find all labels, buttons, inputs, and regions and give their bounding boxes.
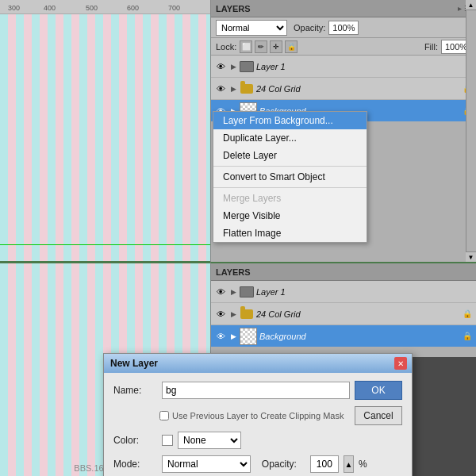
layers-panel-bottom-header: LAYERS <box>211 263 476 281</box>
arrow-bottom-24colgrid[interactable]: ▶ <box>229 308 237 321</box>
dialog-percent-label: % <box>359 459 402 470</box>
eye-icon-bottom-24colgrid[interactable]: 👁 <box>214 308 227 321</box>
arrow-layer1[interactable]: ▶ <box>229 60 237 73</box>
bottom-background-name: Background <box>259 332 459 341</box>
lock-move-btn[interactable]: ✛ <box>270 40 282 53</box>
eye-icon-24colgrid[interactable]: 👁 <box>214 83 227 95</box>
layer-icon-bottom-layer1 <box>240 285 254 299</box>
eye-icon-layer1[interactable]: 👁 <box>214 60 227 73</box>
bottom-24colgrid-name: 24 Col Grid <box>256 309 459 319</box>
fill-label: Fill: <box>424 42 438 52</box>
context-menu-item-delete[interactable]: Delete Layer <box>213 147 367 164</box>
canvas-top: 300 400 500 600 700 <box>0 0 210 262</box>
dialog-mode-row: Mode: Normal Opacity: ▲ % <box>113 455 402 473</box>
opacity-input[interactable] <box>328 21 359 35</box>
bottom-layer1-name: Layer 1 <box>256 287 473 297</box>
layers-scrollbar[interactable]: ▲ ▼ <box>466 0 476 262</box>
dialog-color-swatch <box>162 435 173 446</box>
layers-panel-toolbar: Normal Opacity: <box>211 17 476 38</box>
dialog-checkbox-row: Use Previous Layer to Create Clipping Ma… <box>113 406 402 425</box>
canvas-green-line <box>0 244 210 245</box>
dialog-mode-select[interactable]: Normal <box>162 455 251 473</box>
arrow-bottom-background[interactable]: ▶ <box>229 330 237 343</box>
context-menu-item-duplicate[interactable]: Duplicate Layer... <box>213 129 367 147</box>
scroll-down-btn[interactable]: ▼ <box>466 251 476 262</box>
eye-icon-bottom-background[interactable]: 👁 <box>214 330 227 343</box>
24colgrid-name: 24 Col Grid <box>256 84 459 94</box>
context-menu-item-flatten[interactable]: Flatten Image <box>213 225 367 242</box>
context-menu-sep-1 <box>213 166 367 167</box>
layers-panel-bottom: LAYERS 👁 ▶ Layer 1 👁 ▶ 24 Col Grid 🔒 👁 ▶ <box>210 262 476 357</box>
dialog-color-label: Color: <box>113 435 157 446</box>
lock-label: Lock: <box>216 42 236 52</box>
dialog-cancel-button[interactable]: Cancel <box>355 406 402 425</box>
dialog-title: New Layer <box>110 358 158 369</box>
folder-shape-24colgrid <box>240 84 253 94</box>
lock-icon-bottom-background: 🔒 <box>462 331 473 342</box>
arrow-bottom-layer1[interactable]: ▶ <box>229 286 237 298</box>
context-menu: Layer From Background... Duplicate Layer… <box>213 111 367 243</box>
dialog-name-input[interactable] <box>162 382 350 399</box>
canvas-divider <box>0 261 210 263</box>
context-menu-item-merge-visible[interactable]: Merge Visible <box>213 207 367 225</box>
dialog-name-label: Name: <box>113 385 157 396</box>
context-menu-sep-2 <box>213 187 367 188</box>
layers-panel-title: LAYERS <box>216 4 458 13</box>
ruler-mark-300: 300 <box>8 4 20 12</box>
new-layer-dialog: New Layer ✕ Name: OK Use Previous Layer … <box>103 353 413 476</box>
layer-row-bottom-background[interactable]: 👁 ▶ Background 🔒 <box>211 325 476 347</box>
layers-panel-header: LAYERS ▸ ☰ <box>211 0 476 17</box>
arrow-24colgrid[interactable]: ▶ <box>229 83 237 95</box>
layer1-icon-shape <box>240 61 254 72</box>
ruler-mark-500: 500 <box>86 4 98 12</box>
layer-row-bottom-layer1[interactable]: 👁 ▶ Layer 1 <box>211 281 476 303</box>
dialog-body: Name: OK Use Previous Layer to Create Cl… <box>104 373 412 476</box>
panel-collapse-icon[interactable]: ▸ <box>458 4 462 13</box>
context-menu-item-layer-from-bg[interactable]: Layer From Background... <box>213 112 367 129</box>
layers-panel-bottom-title: LAYERS <box>216 267 471 277</box>
layer-row-layer1[interactable]: 👁 ▶ Layer 1 <box>211 56 476 78</box>
context-menu-item-smart-object[interactable]: Convert to Smart Object <box>213 168 367 186</box>
folder-shape-bottom-24colgrid <box>240 309 253 319</box>
ruler-mark-600: 600 <box>127 4 139 12</box>
dialog-opacity-up-btn[interactable]: ▲ <box>344 455 354 473</box>
dialog-opacity-input[interactable] <box>310 455 339 473</box>
layer-row-bottom-24colgrid[interactable]: 👁 ▶ 24 Col Grid 🔒 <box>211 303 476 325</box>
dialog-ok-button[interactable]: OK <box>355 381 402 400</box>
dialog-close-button[interactable]: ✕ <box>394 357 407 370</box>
thumb-checker-bottom-background <box>240 328 256 344</box>
dialog-color-select[interactable]: None <box>178 432 241 449</box>
ruler-mark-700: 700 <box>168 4 180 12</box>
layer-row-24colgrid[interactable]: 👁 ▶ 24 Col Grid 🔒 <box>211 78 476 100</box>
canvas-stripes <box>0 14 210 262</box>
scroll-up-btn[interactable]: ▲ <box>466 0 476 10</box>
dialog-clipping-checkbox[interactable] <box>159 411 169 420</box>
lock-icons: ⬜ ✏ ✛ 🔒 <box>240 40 421 53</box>
thumb-bottom-background <box>240 328 257 345</box>
dialog-name-row: Name: OK <box>113 381 402 400</box>
new-layer-dialog-overlay: New Layer ✕ Name: OK Use Previous Layer … <box>103 353 413 476</box>
dialog-opacity-label: Opacity: <box>262 459 305 470</box>
layers-list-bottom: 👁 ▶ Layer 1 👁 ▶ 24 Col Grid 🔒 👁 ▶ Backgr… <box>211 281 476 347</box>
folder-icon-bottom-24colgrid <box>240 307 254 321</box>
blend-mode-select[interactable]: Normal <box>216 20 287 36</box>
ruler-marks: 300 400 500 600 700 <box>0 0 210 13</box>
lock-icon-bottom-24colgrid: 🔒 <box>462 309 473 320</box>
dialog-checkbox-label: Use Previous Layer to Create Clipping Ma… <box>172 411 344 420</box>
context-menu-item-merge-layers[interactable]: Merge Layers <box>213 190 367 207</box>
layer-icon-layer1 <box>240 60 254 74</box>
folder-icon-24colgrid <box>240 82 254 96</box>
bottom-layer1-icon-shape <box>240 286 254 298</box>
eye-icon-bottom-layer1[interactable]: 👁 <box>214 286 227 298</box>
dialog-color-row: Color: None <box>113 432 402 449</box>
dialog-mode-label: Mode: <box>113 459 157 470</box>
lock-all-btn[interactable]: 🔒 <box>285 40 298 53</box>
lock-paint-btn[interactable]: ✏ <box>255 40 267 53</box>
canvas-content <box>0 14 210 262</box>
opacity-label: Opacity: <box>294 23 325 33</box>
ruler-mark-400: 400 <box>44 4 56 12</box>
layer1-name: Layer 1 <box>256 62 473 71</box>
layers-lock-bar: Lock: ⬜ ✏ ✛ 🔒 Fill: <box>211 38 476 56</box>
ruler-top: 300 400 500 600 700 <box>0 0 210 14</box>
lock-transparent-btn[interactable]: ⬜ <box>240 40 252 53</box>
